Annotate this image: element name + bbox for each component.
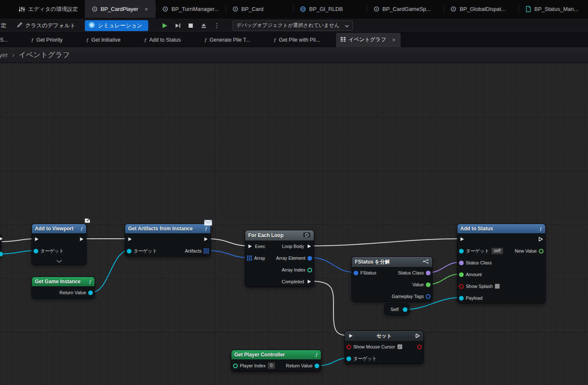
- tab-bp-gi-rldb[interactable]: BP_GI_RLDB: [293, 0, 349, 18]
- target-pin[interactable]: [127, 249, 131, 253]
- node-title: Add to Status: [460, 226, 493, 232]
- clipped-graph-tab[interactable]: S...: [0, 37, 8, 43]
- collapse-chevron[interactable]: [56, 258, 62, 264]
- show-mouse-cursor-checkbox[interactable]: ✓: [397, 344, 402, 349]
- array-index-pin[interactable]: [307, 268, 312, 272]
- debug-object-dropdown[interactable]: デバッグオブジェクトが選択されていません: [233, 21, 353, 31]
- breadcrumb-parent[interactable]: yer: [0, 51, 8, 58]
- close-icon[interactable]: ×: [144, 6, 149, 12]
- status-class-in-pin[interactable]: [459, 261, 464, 265]
- exec-out-pin[interactable]: [79, 236, 84, 242]
- player-index-field[interactable]: 0: [268, 362, 275, 369]
- node-header[interactable]: セット: [345, 331, 423, 341]
- self-out-pin[interactable]: [403, 307, 407, 312]
- fstatus-in-pin[interactable]: [354, 271, 358, 275]
- tab-bp-cardplayer[interactable]: BP_CardPlayer ×: [85, 0, 156, 18]
- class-defaults-button[interactable]: クラスのデフォルト: [14, 20, 78, 31]
- target-pin[interactable]: [346, 356, 351, 361]
- return-value-pin[interactable]: [88, 290, 93, 295]
- stop-button[interactable]: [185, 20, 197, 31]
- show-splash-in-pin[interactable]: [459, 284, 464, 289]
- exec-in-pin[interactable]: [34, 236, 39, 242]
- node-self[interactable]: Self: [384, 303, 410, 315]
- wire-exec: [312, 239, 459, 246]
- show-splash-checkbox[interactable]: [495, 284, 500, 289]
- node-header[interactable]: Add to Viewport ƒ: [32, 224, 86, 233]
- tab-event-graph[interactable]: イベントグラフ ×: [336, 33, 401, 47]
- simulate-icon: [89, 22, 95, 29]
- object-out-pin[interactable]: [0, 252, 3, 256]
- tab-get-pile-with-pil[interactable]: ƒ Get Pile with Pil...: [273, 37, 320, 43]
- exec-out-pin[interactable]: [306, 279, 312, 285]
- node-set-show-mouse-cursor[interactable]: セット Show Mouse Cursor ✓ ターゲット: [344, 330, 424, 364]
- target-pin[interactable]: [459, 249, 464, 253]
- array-out-pin[interactable]: [204, 248, 209, 253]
- exec-out-pin[interactable]: [306, 243, 312, 249]
- exec-in-pin[interactable]: [459, 236, 465, 242]
- tab-add-to-status[interactable]: ƒ Add to Status: [144, 37, 181, 43]
- tab-bp-turnmanager[interactable]: BP_TurnManager...: [155, 0, 225, 18]
- tab-bp-status-man[interactable]: BP_Status_Man...: [519, 0, 585, 18]
- node-title: Self: [391, 307, 399, 312]
- return-value-pin[interactable]: [315, 364, 319, 368]
- node-header[interactable]: For Each Loop: [245, 230, 314, 240]
- target-pin[interactable]: [34, 249, 38, 253]
- node-get-game-instance[interactable]: Get Game Instance ƒ Return Value: [32, 277, 95, 298]
- unreal-blueprint-editor: エディタの環境設定 BP_CardPlayer × BP_TurnManager…: [0, 0, 588, 385]
- eject-button[interactable]: [198, 20, 210, 31]
- new-value-out-pin[interactable]: [539, 249, 543, 253]
- node-get-player-controller[interactable]: Get Player Controller ƒ Player Index 0 R…: [231, 350, 321, 372]
- node-header[interactable]: Get Player Controller ƒ: [231, 350, 321, 359]
- tab-label: イベントグラフ: [349, 36, 386, 43]
- envelope-icon: [204, 220, 212, 227]
- node-header[interactable]: Get Game Instance ƒ: [32, 277, 94, 286]
- amount-in-pin[interactable]: [459, 272, 464, 277]
- exec-in-pin[interactable]: [127, 236, 133, 242]
- node-add-to-viewport[interactable]: Add to Viewport ƒ ターゲット: [32, 224, 87, 265]
- exec-in-pin[interactable]: [348, 333, 354, 339]
- exec-out-pin[interactable]: [538, 236, 543, 242]
- node-for-each-loop[interactable]: For Each Loop Exec Loop Body: [245, 230, 314, 287]
- exec-out-pin[interactable]: [415, 333, 420, 339]
- exec-out-pin[interactable]: [0, 236, 4, 242]
- gameplay-tags-out-pin[interactable]: [426, 294, 430, 299]
- array-in-pin[interactable]: [247, 256, 252, 261]
- wire-struct: [312, 258, 354, 272]
- value-out-pin[interactable]: [426, 282, 430, 287]
- toolbar-options-kebab[interactable]: ⋮: [211, 20, 223, 31]
- breadcrumb-current[interactable]: イベントグラフ: [19, 50, 70, 60]
- play-button[interactable]: [159, 20, 171, 31]
- node-header[interactable]: Add to Status ƒ: [457, 224, 545, 233]
- node-break-fstatus[interactable]: FStatus を分解 FStatus Status Class Valu: [352, 256, 433, 302]
- tab-generate-pile[interactable]: ƒ Generate Pile T...: [205, 37, 250, 43]
- tab-editor-preferences[interactable]: エディタの環境設定: [12, 0, 85, 18]
- tab-bp-globaldispat[interactable]: BP_GlobalDispat...: [444, 0, 512, 18]
- simulate-button[interactable]: シミュレーション: [85, 20, 148, 31]
- function-icon: ƒ: [273, 37, 276, 43]
- tab-bp-card[interactable]: BP_Card: [226, 0, 270, 18]
- frame-skip-button[interactable]: [172, 20, 184, 31]
- exec-out-pin[interactable]: [203, 236, 209, 242]
- node-get-artifacts-from-instance[interactable]: Get Artifacts from Instance ƒ ターゲット Arti…: [125, 224, 211, 256]
- node-add-to-status[interactable]: Add to Status ƒ ターゲット self New Value: [457, 224, 546, 303]
- pin-label: FStatus: [360, 270, 376, 275]
- status-class-out-pin[interactable]: [426, 271, 430, 275]
- close-icon[interactable]: ×: [391, 37, 396, 43]
- tab-get-priority[interactable]: ƒ Get Priority: [31, 37, 63, 43]
- player-index-in-pin[interactable]: [233, 364, 238, 368]
- play-controls: ⋮: [159, 20, 223, 31]
- target-value-field[interactable]: self: [491, 248, 503, 254]
- show-mouse-cursor-out-pin[interactable]: [417, 345, 422, 349]
- show-mouse-cursor-in-pin[interactable]: [346, 345, 351, 349]
- wire-exec: [312, 281, 347, 335]
- graph-canvas[interactable]: Add to Viewport ƒ ターゲット: [0, 63, 588, 385]
- node-header[interactable]: FStatus を分解: [352, 257, 432, 267]
- tab-get-initiative[interactable]: ƒ Get Initiative: [86, 37, 121, 43]
- array-element-pin[interactable]: [307, 256, 312, 261]
- exec-in-pin[interactable]: [247, 243, 253, 249]
- tab-bp-cardgamesp[interactable]: BP_CardGameSp...: [367, 0, 438, 18]
- node-header[interactable]: Get Artifacts from Instance ƒ: [125, 224, 210, 233]
- node-title: FStatus を分解: [355, 258, 390, 266]
- payload-in-pin[interactable]: [459, 296, 464, 301]
- blueprint-icon: [162, 6, 168, 12]
